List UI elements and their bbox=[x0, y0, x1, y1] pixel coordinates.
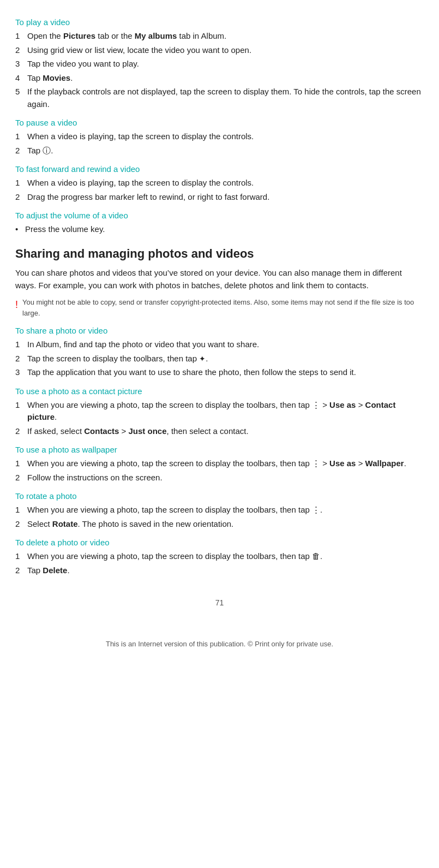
list-text: Open the Pictures tab or the My albums t… bbox=[27, 30, 226, 43]
section-delete-photo: To delete a photo or video 1 When you ar… bbox=[15, 538, 424, 576]
list-num: 5 bbox=[15, 86, 27, 110]
list-text: Tap the application that you want to use… bbox=[27, 366, 356, 379]
list-text: When a video is playing, tap the screen … bbox=[27, 177, 254, 189]
list-text: Press the volume key. bbox=[25, 223, 105, 236]
list-fastforward-video: 1 When a video is playing, tap the scree… bbox=[15, 177, 424, 203]
list-item: 5 If the playback controls are not displ… bbox=[15, 86, 424, 110]
list-item: • Press the volume key. bbox=[15, 223, 424, 236]
list-text: When you are viewing a photo, tap the sc… bbox=[27, 550, 322, 563]
list-text: When you are viewing a photo, tap the sc… bbox=[27, 399, 424, 424]
list-num: 2 bbox=[15, 425, 27, 438]
heading-wallpaper: To use a photo as wallpaper bbox=[15, 445, 424, 454]
page-container: To play a video 1 Open the Pictures tab … bbox=[15, 17, 424, 648]
list-item: 1 When you are viewing a photo, tap the … bbox=[15, 504, 424, 516]
warning-icon: ! bbox=[15, 298, 18, 312]
list-item: 2 Using grid view or list view, locate t… bbox=[15, 44, 424, 57]
heading-fastforward-video: To fast forward and rewind a video bbox=[15, 164, 424, 174]
list-item: 1 When you are viewing a photo, tap the … bbox=[15, 457, 424, 470]
list-num: 2 bbox=[15, 564, 27, 577]
list-volume-video: • Press the volume key. bbox=[15, 223, 424, 236]
list-text: If asked, select Contacts > Just once, t… bbox=[27, 425, 249, 438]
list-text: Tap Delete. bbox=[27, 564, 70, 577]
section-fastforward-video: To fast forward and rewind a video 1 Whe… bbox=[15, 164, 424, 203]
list-num: 1 bbox=[15, 399, 27, 424]
heading-rotate-photo: To rotate a photo bbox=[15, 491, 424, 501]
big-heading-section: Sharing and managing photos and videos Y… bbox=[15, 247, 424, 292]
list-item: 3 Tap the application that you want to u… bbox=[15, 366, 424, 379]
heading-delete-photo: To delete a photo or video bbox=[15, 538, 424, 547]
list-text: Tap Movies. bbox=[27, 72, 73, 85]
list-item: 2 Follow the instructions on the screen. bbox=[15, 472, 424, 484]
section-contact-picture: To use a photo as a contact picture 1 Wh… bbox=[15, 387, 424, 438]
section-wallpaper: To use a photo as wallpaper 1 When you a… bbox=[15, 445, 424, 484]
heading-contact-picture: To use a photo as a contact picture bbox=[15, 387, 424, 396]
list-play-video: 1 Open the Pictures tab or the My albums… bbox=[15, 30, 424, 110]
list-item: 1 When you are viewing a photo, tap the … bbox=[15, 399, 424, 424]
footer-text: This is an Internet version of this publ… bbox=[15, 640, 424, 648]
list-contact-picture: 1 When you are viewing a photo, tap the … bbox=[15, 399, 424, 438]
list-num: 2 bbox=[15, 353, 27, 365]
list-item: 2 Drag the progress bar marker left to r… bbox=[15, 191, 424, 204]
section-rotate-photo: To rotate a photo 1 When you are viewing… bbox=[15, 491, 424, 530]
list-text: When a video is playing, tap the screen … bbox=[27, 130, 254, 143]
list-text: Drag the progress bar marker left to rew… bbox=[27, 191, 269, 204]
list-num: 1 bbox=[15, 177, 27, 189]
list-num: 2 bbox=[15, 518, 27, 531]
list-num: 1 bbox=[15, 130, 27, 143]
section-share-photo: To share a photo or video 1 In Album, fi… bbox=[15, 326, 424, 379]
heading-volume-video: To adjust the volume of a video bbox=[15, 211, 424, 220]
list-item: 2 If asked, select Contacts > Just once,… bbox=[15, 425, 424, 438]
list-pause-video: 1 When a video is playing, tap the scree… bbox=[15, 130, 424, 157]
list-item: 4 Tap Movies. bbox=[15, 72, 424, 85]
list-delete-photo: 1 When you are viewing a photo, tap the … bbox=[15, 550, 424, 576]
list-num: 2 bbox=[15, 191, 27, 204]
list-text: Tap the video you want to play. bbox=[27, 58, 139, 70]
list-text: Tap the screen to display the toolbars, … bbox=[27, 353, 208, 365]
list-num: 4 bbox=[15, 72, 27, 85]
list-num: 2 bbox=[15, 472, 27, 484]
list-item: 1 When a video is playing, tap the scree… bbox=[15, 177, 424, 189]
list-item: 2 Tap ⓘ. bbox=[15, 145, 424, 157]
section-pause-video: To pause a video 1 When a video is playi… bbox=[15, 118, 424, 157]
note-box: ! You might not be able to copy, send or… bbox=[15, 297, 424, 318]
list-num: 1 bbox=[15, 338, 27, 351]
page-number: 71 bbox=[15, 598, 424, 607]
list-text: When you are viewing a photo, tap the sc… bbox=[27, 457, 406, 470]
heading-pause-video: To pause a video bbox=[15, 118, 424, 127]
list-num: 2 bbox=[15, 44, 27, 57]
list-num: 1 bbox=[15, 30, 27, 43]
list-text: Using grid view or list view, locate the… bbox=[27, 44, 251, 57]
heading-play-video: To play a video bbox=[15, 17, 424, 27]
list-num: 3 bbox=[15, 366, 27, 379]
list-text: Select Rotate. The photo is saved in the… bbox=[27, 518, 233, 531]
note-text: You might not be able to copy, send or t… bbox=[22, 297, 424, 318]
section-play-video: To play a video 1 Open the Pictures tab … bbox=[15, 17, 424, 110]
list-text: Tap ⓘ. bbox=[27, 145, 53, 157]
heading-share-photo: To share a photo or video bbox=[15, 326, 424, 335]
big-heading: Sharing and managing photos and videos bbox=[15, 247, 424, 261]
list-num: 1 bbox=[15, 504, 27, 516]
list-rotate-photo: 1 When you are viewing a photo, tap the … bbox=[15, 504, 424, 530]
list-item: 1 When a video is playing, tap the scree… bbox=[15, 130, 424, 143]
list-item: 2 Tap Delete. bbox=[15, 564, 424, 577]
list-text: Follow the instructions on the screen. bbox=[27, 472, 163, 484]
list-item: 2 Tap the screen to display the toolbars… bbox=[15, 353, 424, 365]
section-volume-video: To adjust the volume of a video • Press … bbox=[15, 211, 424, 236]
list-share-photo: 1 In Album, find and tap the photo or vi… bbox=[15, 338, 424, 379]
list-num: 3 bbox=[15, 58, 27, 70]
list-item: 3 Tap the video you want to play. bbox=[15, 58, 424, 70]
list-num: 1 bbox=[15, 550, 27, 563]
list-wallpaper: 1 When you are viewing a photo, tap the … bbox=[15, 457, 424, 484]
list-item: 1 In Album, find and tap the photo or vi… bbox=[15, 338, 424, 351]
big-heading-body: You can share photos and videos that you… bbox=[15, 266, 424, 292]
list-text: If the playback controls are not display… bbox=[27, 86, 424, 110]
list-num: 2 bbox=[15, 145, 27, 157]
list-num: 1 bbox=[15, 457, 27, 470]
list-item: 1 When you are viewing a photo, tap the … bbox=[15, 550, 424, 563]
list-item: 1 Open the Pictures tab or the My albums… bbox=[15, 30, 424, 43]
list-item: 2 Select Rotate. The photo is saved in t… bbox=[15, 518, 424, 531]
list-text: In Album, find and tap the photo or vide… bbox=[27, 338, 259, 351]
bullet-icon: • bbox=[15, 223, 25, 236]
list-text: When you are viewing a photo, tap the sc… bbox=[27, 504, 322, 516]
